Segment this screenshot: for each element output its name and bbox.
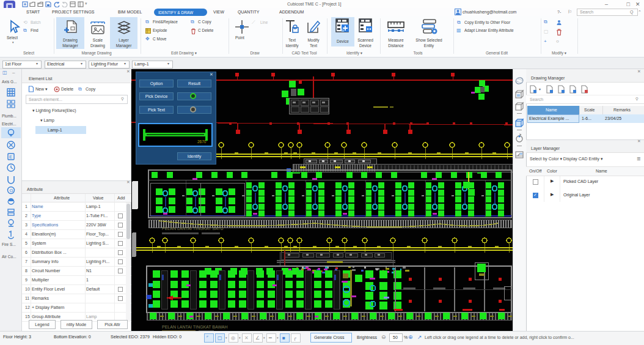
svg-text:E: E [9, 154, 12, 160]
svg-text:2670: 2670 [197, 139, 207, 144]
svg-text:G: G [10, 188, 13, 193]
svg-text:PELAN LANTAI TINGKAT BAWAH: PELAN LANTAI TINGKAT BAWAH [162, 325, 228, 329]
svg-text:PELAN LANTAI TINGKAT SATU: PELAN LANTAI TINGKAT SATU [162, 226, 224, 231]
